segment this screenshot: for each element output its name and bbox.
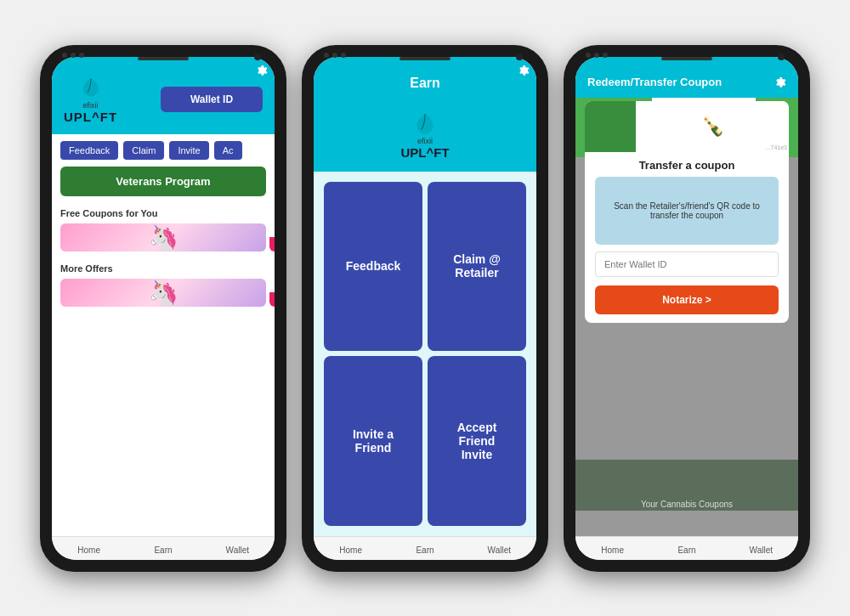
product-green-block (585, 101, 636, 152)
more-offers-grid: 🦄 🍾 🍺 (52, 279, 275, 314)
phone-earn: Earn efixii UPL^FT Feedback Claim @Retai… (302, 45, 548, 572)
nav-earn-2[interactable]: Earn (388, 544, 462, 557)
nav-home-1[interactable]: Home (52, 544, 126, 557)
unicorn-coupon-2[interactable]: 🦄 (60, 279, 266, 307)
feedback-button[interactable]: Feedback (60, 141, 118, 160)
phone1-screen: efixii UPL^FT Wallet ID Feedback Claim I… (52, 57, 275, 560)
claim-button[interactable]: Claim (123, 141, 164, 160)
modal-top: 🍾 ...741e3 (585, 101, 789, 152)
redeem-header-title: Redeem/Transfer Coupon (587, 76, 722, 88)
cannabis-label: Your Cannabis Coupons (575, 500, 798, 509)
logo-section: efixii UPL^FT (64, 76, 117, 124)
phone3-screen: Redeem/Transfer Coupon 🍾 EXCIT Your Cann… (575, 57, 798, 560)
nav-earn-1[interactable]: Earn (126, 544, 200, 557)
phone2-header: Earn (314, 57, 536, 103)
phones-container: efixii UPL^FT Wallet ID Feedback Claim I… (23, 28, 827, 589)
invite-button[interactable]: Invite (169, 141, 208, 160)
logo-large-text: UPL^FT (64, 110, 117, 124)
wine-coupon[interactable]: 🍾 (269, 223, 275, 251)
wine-coupon-2[interactable]: 🍾 (269, 279, 275, 307)
earn-logo-small: efixii (417, 137, 433, 145)
qr-text: Scan the Retailer's/friend's QR code to … (604, 201, 770, 220)
more-offers-title: More Offers (52, 258, 275, 279)
nav-home-3[interactable]: Home (575, 544, 649, 557)
feedback-tile[interactable]: Feedback (324, 182, 422, 352)
phone1-header: efixii UPL^FT Wallet ID (52, 57, 275, 134)
product-wine-display: 🍾 ...741e3 (636, 101, 789, 152)
invite-friend-tile[interactable]: Invite aFriend (324, 356, 422, 526)
more-button[interactable]: Ac (214, 141, 242, 160)
notarize-button[interactable]: Notarize > (595, 285, 779, 314)
veterans-program-button[interactable]: Veterans Program (60, 167, 266, 196)
phone-redeem: Redeem/Transfer Coupon 🍾 EXCIT Your Cann… (564, 45, 810, 572)
qr-scan-area: Scan the Retailer's/friend's QR code to … (595, 177, 779, 245)
accept-invite-tile[interactable]: AcceptFriendInvite (428, 356, 526, 526)
coupons-grid: 🦄 🍾 🍺 (52, 223, 275, 258)
bottom-nav-2: Home Earn Wallet (314, 536, 536, 560)
nav-wallet-1[interactable]: Wallet (201, 544, 275, 557)
leaf-icon-2 (412, 111, 438, 137)
wallet-id-input[interactable] (595, 251, 779, 277)
transfer-modal: 🍾 ...741e3 Transfer a coupon Scan the Re… (585, 101, 789, 323)
unicorn-coupon[interactable]: 🦄 (60, 223, 266, 251)
wallet-id-button[interactable]: Wallet ID (161, 87, 263, 112)
gear-icon-3[interactable] (773, 76, 786, 89)
earn-logo-large: UPL^FT (400, 145, 449, 160)
earn-grid: Feedback Claim @Retailer Invite aFriend … (314, 172, 536, 536)
leaf-icon (79, 76, 103, 99)
nav-wallet-3[interactable]: Wallet (724, 544, 798, 557)
logo-small-text: efixii (83, 101, 99, 110)
phone-dots-left-3 (586, 53, 608, 58)
bottom-nav-1: Home Earn Wallet (52, 536, 275, 560)
phone-dots-left (62, 53, 84, 58)
bottom-nav-3: Home Earn Wallet (575, 536, 798, 560)
nav-home-2[interactable]: Home (314, 544, 388, 557)
phone2-screen: Earn efixii UPL^FT Feedback Claim @Retai… (314, 57, 536, 560)
gear-icon-2[interactable] (516, 64, 530, 77)
claim-retailer-tile[interactable]: Claim @Retailer (428, 182, 526, 352)
nav-earn-3[interactable]: Earn (649, 544, 723, 557)
action-buttons-row: Feedback Claim Invite Ac (52, 134, 275, 167)
transfer-coupon-title: Transfer a coupon (585, 152, 789, 177)
nav-wallet-2[interactable]: Wallet (462, 544, 536, 557)
phone3-content: 🍾 EXCIT Your Cannabis Coupons 🍾 ...741e3 (575, 98, 798, 536)
phone-dots-left-2 (324, 53, 346, 58)
product-id: ...741e3 (766, 144, 787, 150)
phone3-header: Redeem/Transfer Coupon (575, 57, 798, 98)
earn-header-title: Earn (410, 76, 440, 91)
earn-logo: efixii UPL^FT (314, 103, 536, 172)
phone-home: efixii UPL^FT Wallet ID Feedback Claim I… (40, 45, 286, 572)
free-coupons-title: Free Coupons for You (52, 203, 275, 223)
gear-icon[interactable] (254, 64, 268, 77)
